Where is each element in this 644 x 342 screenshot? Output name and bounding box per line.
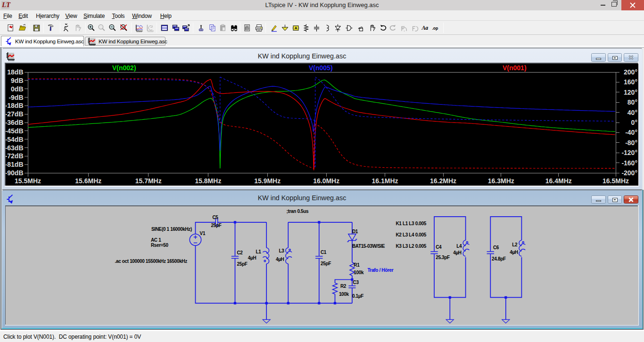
svg-text:16.2MHz: 16.2MHz — [430, 177, 456, 185]
svg-text:C3: C3 — [353, 280, 359, 285]
svg-text:C5: C5 — [213, 215, 219, 220]
svg-text:SINE(0 1 16000kHz): SINE(0 1 16000kHz) — [151, 227, 192, 232]
svg-text:4µH: 4µH — [453, 250, 462, 255]
svg-text:V(n002): V(n002) — [112, 64, 136, 72]
svg-text:-27dB: -27dB — [6, 110, 24, 118]
svg-text:-63dB: -63dB — [6, 144, 24, 152]
svg-text:-40°: -40° — [625, 129, 637, 136]
svg-text:4µH: 4µH — [276, 257, 284, 262]
svg-text:-80°: -80° — [625, 139, 637, 147]
svg-text:25pF: 25pF — [321, 261, 331, 266]
svg-text:16.0MHz: 16.0MHz — [313, 177, 339, 185]
svg-text:L4: L4 — [456, 244, 462, 249]
svg-text:Aa: Aa — [421, 24, 428, 31]
svg-text:15.9MHz: 15.9MHz — [254, 177, 281, 185]
svg-text:-18dB: -18dB — [6, 102, 24, 109]
svg-text:-200°: -200° — [621, 169, 637, 177]
svg-text:-36dB: -36dB — [6, 119, 24, 126]
svg-text:25pF: 25pF — [237, 261, 248, 267]
svg-text:25.3pF: 25.3pF — [436, 255, 450, 260]
svg-text:-9dB: -9dB — [8, 94, 23, 101]
svg-text:15.6MHz: 15.6MHz — [75, 177, 101, 185]
svg-text:C4: C4 — [436, 244, 442, 250]
svg-text:40°: 40° — [627, 109, 637, 116]
svg-text:K2 L3 L4 0.005: K2 L3 L4 0.005 — [396, 232, 426, 237]
svg-text:15.7MHz: 15.7MHz — [135, 177, 162, 185]
svg-text:160°: 160° — [624, 78, 637, 86]
svg-text:-120°: -120° — [621, 149, 637, 156]
svg-text:25pF: 25pF — [211, 223, 222, 228]
svg-text:100k: 100k — [354, 270, 364, 275]
svg-text:;tran 0.5us: ;tran 0.5us — [287, 209, 309, 214]
svg-text:15.8MHz: 15.8MHz — [195, 177, 221, 185]
svg-text:.op: .op — [432, 25, 438, 30]
svg-text:L2: L2 — [512, 242, 518, 247]
svg-text:C1: C1 — [321, 250, 327, 255]
svg-text:120°: 120° — [624, 89, 637, 96]
svg-text:9dB: 9dB — [11, 77, 23, 84]
svg-text:0.1µF: 0.1µF — [352, 293, 363, 299]
svg-text:-81dB: -81dB — [6, 161, 24, 168]
svg-text:R1: R1 — [354, 262, 360, 268]
svg-text:-72dB: -72dB — [6, 152, 24, 160]
svg-text:-45dB: -45dB — [6, 127, 24, 135]
svg-text:0dB: 0dB — [11, 85, 23, 93]
svg-text:4µH: 4µH — [248, 255, 256, 261]
svg-text:C2: C2 — [237, 250, 243, 255]
svg-text:-90dB: -90dB — [6, 169, 24, 177]
svg-text:15.5MHz: 15.5MHz — [15, 177, 41, 185]
svg-text:Trafo / Hörer: Trafo / Hörer — [367, 268, 393, 273]
svg-text:16.3MHz: 16.3MHz — [488, 177, 514, 185]
svg-text:18dB: 18dB — [7, 68, 23, 76]
svg-text:.ac oct 100000 15500kHz 16500k: .ac oct 100000 15500kHz 16500kHz — [115, 259, 188, 264]
svg-text:BAT15-03W/SIE: BAT15-03W/SIE — [352, 244, 385, 249]
svg-text:16.5MHz: 16.5MHz — [603, 177, 629, 185]
svg-text:D1: D1 — [352, 229, 358, 234]
svg-text:200°: 200° — [624, 68, 637, 76]
svg-text:24.8pF: 24.8pF — [492, 256, 506, 261]
svg-text:V(n005): V(n005) — [309, 64, 333, 72]
svg-text:-160°: -160° — [621, 159, 637, 167]
svg-text:4µH: 4µH — [510, 250, 518, 255]
svg-text:L3: L3 — [279, 248, 285, 253]
svg-text:80°: 80° — [627, 98, 637, 106]
svg-text:V1: V1 — [200, 231, 206, 236]
svg-text:V(n001): V(n001) — [503, 64, 527, 72]
svg-text:16.4MHz: 16.4MHz — [545, 177, 572, 185]
svg-text:L1: L1 — [256, 249, 261, 254]
svg-text:K1 L1 L3 0.005: K1 L1 L3 0.005 — [396, 221, 426, 226]
svg-text:-54dB: -54dB — [6, 136, 24, 143]
svg-text:16.1MHz: 16.1MHz — [372, 177, 398, 185]
svg-text:A: A — [295, 26, 297, 30]
svg-text:K3 L3 L2 0.005: K3 L3 L2 0.005 — [396, 244, 426, 249]
svg-text:Rser=50: Rser=50 — [151, 243, 169, 248]
svg-text:0°: 0° — [631, 119, 637, 126]
svg-text:C6: C6 — [493, 245, 499, 250]
svg-text:100k: 100k — [339, 292, 349, 297]
svg-text:AC 1: AC 1 — [151, 237, 161, 243]
svg-text:R2: R2 — [340, 284, 347, 289]
